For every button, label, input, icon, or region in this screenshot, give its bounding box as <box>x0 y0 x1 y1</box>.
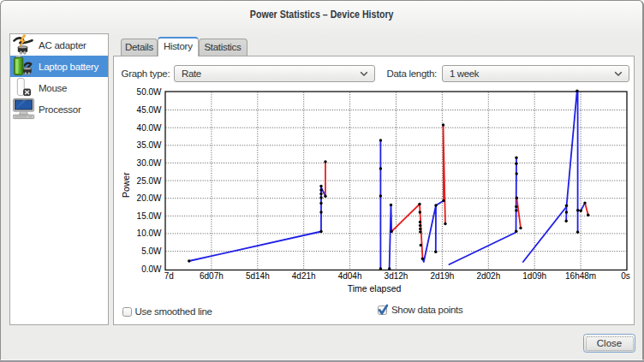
svg-text:0.0W: 0.0W <box>141 264 162 274</box>
svg-text:2d19h: 2d19h <box>430 271 454 281</box>
svg-text:5.0W: 5.0W <box>141 246 162 256</box>
svg-text:3d12h: 3d12h <box>385 271 408 281</box>
svg-text:7d: 7d <box>164 271 174 281</box>
svg-text:10.0W: 10.0W <box>137 228 162 238</box>
svg-text:16h48m: 16h48m <box>565 271 596 281</box>
svg-text:4d21h: 4d21h <box>292 271 316 281</box>
svg-text:35.0W: 35.0W <box>137 140 162 150</box>
svg-text:0s: 0s <box>621 271 630 281</box>
svg-text:2d02h: 2d02h <box>476 271 500 281</box>
svg-text:Power: Power <box>121 172 131 198</box>
svg-text:Time elapsed: Time elapsed <box>348 283 402 294</box>
svg-text:50.0W: 50.0W <box>137 87 162 97</box>
svg-text:6d07h: 6d07h <box>200 271 224 281</box>
svg-text:15.0W: 15.0W <box>137 211 162 221</box>
svg-text:30.0W: 30.0W <box>137 158 162 168</box>
svg-text:1d09h: 1d09h <box>522 271 546 281</box>
svg-text:5d14h: 5d14h <box>246 271 270 281</box>
svg-text:20.0W: 20.0W <box>137 193 162 203</box>
svg-text:4d04h: 4d04h <box>338 271 362 281</box>
svg-text:25.0W: 25.0W <box>137 176 162 186</box>
svg-text:45.0W: 45.0W <box>137 105 162 115</box>
svg-text:40.0W: 40.0W <box>137 123 162 133</box>
